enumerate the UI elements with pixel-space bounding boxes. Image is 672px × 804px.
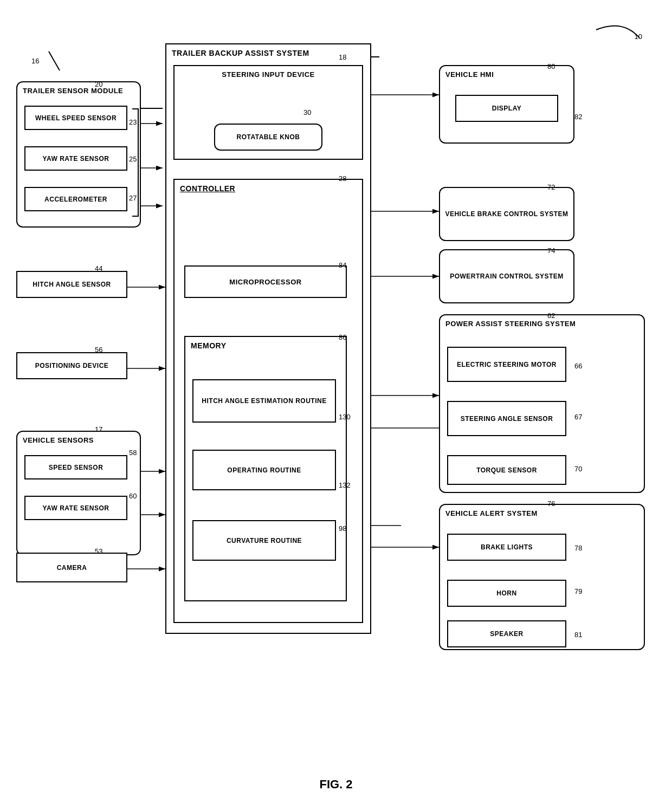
vehicle-brake-label: VEHICLE BRAKE CONTROL SYSTEM	[445, 210, 568, 218]
ref-28: 28	[339, 174, 346, 183]
accelerometer-box: ACCELEROMETER	[24, 187, 127, 211]
positioning-device-box: POSITIONING DEVICE	[16, 352, 127, 379]
positioning-device-label: POSITIONING DEVICE	[35, 362, 109, 369]
camera-label: CAMERA	[57, 564, 87, 572]
ref-62: 62	[547, 312, 555, 320]
trailer-backup-label: TRAILER BACKUP ASSIST SYSTEM	[172, 49, 309, 57]
ref-53: 53	[95, 547, 102, 555]
trailer-sensor-bracket	[132, 108, 139, 217]
rotatable-knob-label: ROTATABLE KNOB	[237, 133, 300, 141]
wheel-speed-sensor-label: WHEEL SPEED SENSOR	[35, 114, 117, 122]
hitch-estimation-label: HITCH ANGLE ESTIMATION ROUTINE	[202, 397, 326, 405]
rotatable-knob-box: ROTATABLE KNOB	[214, 124, 322, 151]
ref-56: 56	[95, 346, 102, 354]
ref-130: 130	[339, 413, 351, 421]
brake-lights-box: BRAKE LIGHTS	[447, 534, 566, 561]
hitch-estimation-box: HITCH ANGLE ESTIMATION ROUTINE	[192, 379, 336, 423]
speed-sensor-label: SPEED SENSOR	[49, 464, 104, 471]
accelerometer-label: ACCELEROMETER	[44, 196, 107, 203]
ref-72: 72	[547, 183, 555, 191]
electric-steering-motor-box: ELECTRIC STEERING MOTOR	[447, 347, 566, 382]
ref-81: 81	[574, 631, 582, 639]
ref-10: 10	[635, 33, 642, 41]
ref-67: 67	[574, 413, 582, 421]
ref-70: 70	[574, 465, 582, 473]
figure-caption-area: FIG. 2	[0, 769, 672, 802]
camera-box: CAMERA	[16, 553, 127, 582]
microprocessor-box: MICROPROCESSOR	[184, 265, 347, 298]
vehicle-brake-box: VEHICLE BRAKE CONTROL SYSTEM	[439, 187, 574, 241]
ref-86: 86	[339, 333, 346, 341]
wheel-speed-sensor-box: WHEEL SPEED SENSOR	[24, 106, 127, 130]
ref-16: 16	[31, 57, 39, 65]
operating-routine-label: OPERATING ROUTINE	[227, 466, 301, 474]
ref-79: 79	[574, 587, 582, 595]
powertrain-label: POWERTRAIN CONTROL SYSTEM	[450, 273, 564, 280]
ref-82: 82	[574, 113, 582, 121]
controller-label: CONTROLLER	[180, 184, 235, 193]
ref-78: 78	[574, 544, 582, 552]
ref-66: 66	[574, 362, 582, 370]
microprocessor-label: MICROPROCESSOR	[229, 278, 301, 286]
svg-line-0	[49, 51, 60, 70]
vehicle-sensors-label: VEHICLE SENSORS	[23, 436, 94, 444]
vehicle-sensors-box: VEHICLE SENSORS	[16, 431, 141, 555]
electric-steering-motor-label: ELECTRIC STEERING MOTOR	[457, 361, 557, 368]
operating-routine-box: OPERATING ROUTINE	[192, 450, 336, 490]
yaw-rate-sensor-vehicle-label: YAW RATE SENSOR	[43, 504, 109, 512]
fig-caption: FIG. 2	[319, 777, 352, 791]
ref-18: 18	[339, 53, 346, 61]
yaw-rate-sensor-trailer-box: YAW RATE SENSOR	[24, 146, 127, 171]
brake-lights-label: BRAKE LIGHTS	[481, 543, 533, 551]
ref-60: 60	[129, 492, 137, 500]
powertrain-box: POWERTRAIN CONTROL SYSTEM	[439, 249, 574, 303]
memory-label: MEMORY	[191, 341, 226, 350]
torque-sensor-box: TORQUE SENSOR	[447, 455, 566, 485]
diagram-container: TRAILER BACKUP ASSIST SYSTEM STEERING IN…	[0, 0, 672, 769]
ref-58: 58	[129, 449, 137, 457]
curvature-routine-box: CURVATURE ROUTINE	[192, 520, 336, 561]
speaker-box: SPEAKER	[447, 620, 566, 647]
speaker-label: SPEAKER	[490, 630, 524, 638]
hitch-angle-sensor-box: HITCH ANGLE SENSOR	[16, 271, 127, 298]
power-assist-label: POWER ASSIST STEERING SYSTEM	[445, 320, 576, 328]
steering-angle-sensor-box: STEERING ANGLE SENSOR	[447, 401, 566, 436]
horn-box: HORN	[447, 580, 566, 607]
torque-sensor-label: TORQUE SENSOR	[476, 466, 537, 474]
ref-132: 132	[339, 481, 351, 489]
vehicle-alert-label: VEHICLE ALERT SYSTEM	[445, 509, 538, 517]
curvature-routine-label: CURVATURE ROUTINE	[227, 537, 302, 544]
ref-98: 98	[339, 524, 346, 533]
steering-input-box: STEERING INPUT DEVICE ROTATABLE KNOB	[173, 65, 363, 160]
ref-84: 84	[339, 261, 346, 269]
speed-sensor-box: SPEED SENSOR	[24, 455, 127, 479]
steering-input-label: STEERING INPUT DEVICE	[222, 70, 315, 79]
ref-44: 44	[95, 264, 102, 273]
ref-76: 76	[547, 500, 555, 508]
horn-label: HORN	[496, 589, 516, 597]
ref-17: 17	[95, 425, 102, 433]
steering-angle-sensor-label: STEERING ANGLE SENSOR	[461, 415, 553, 423]
display-label: DISPLAY	[492, 105, 521, 112]
ref-80: 80	[547, 62, 555, 70]
trailer-sensor-module-label: TRAILER SENSOR MODULE	[23, 87, 123, 95]
vehicle-hmi-label: VEHICLE HMI	[445, 70, 494, 79]
hitch-angle-sensor-label: HITCH ANGLE SENSOR	[33, 281, 111, 288]
ref-20: 20	[95, 80, 102, 88]
display-box: DISPLAY	[455, 95, 558, 122]
yaw-rate-sensor-trailer-label: YAW RATE SENSOR	[43, 155, 109, 163]
ref-74: 74	[547, 247, 555, 255]
ref-30: 30	[303, 108, 311, 116]
yaw-rate-sensor-vehicle-box: YAW RATE SENSOR	[24, 496, 127, 520]
